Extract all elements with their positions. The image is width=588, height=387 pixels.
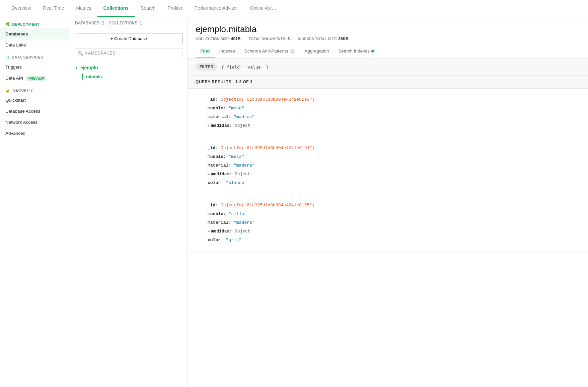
collections-count: 1 (140, 21, 142, 25)
search-indexes-dot (371, 50, 374, 53)
namespace-search-input[interactable] (75, 48, 182, 58)
sidebar-item-network-access[interactable]: Network Access (0, 117, 70, 128)
indexes-label: INDEXES TOTAL SIZE: 36KB (298, 36, 349, 41)
sidebar-item-dataapi[interactable]: Data API PREVIEW (0, 73, 70, 84)
collection-meta: COLLECTION SIZE: 401B TOTAL DOCUMENTS: 3… (196, 36, 580, 41)
nav-item-search[interactable]: Search (135, 0, 161, 17)
nav-item-onlinearchive[interactable]: Online Arc… (244, 0, 283, 17)
tab-search-indexes[interactable]: Search Indexes (334, 44, 379, 58)
database-entry: ▼ ejemplo mitabla (70, 62, 187, 84)
nav-item-realtime[interactable]: Real Time (37, 0, 70, 17)
docs-label: TOTAL DOCUMENTS: 3 (248, 36, 290, 41)
size-label: COLLECTION SIZE: 401B (196, 36, 240, 41)
sidebar: 🌿 DEPLOYMENT Databases Data Lake ⬚ DATA … (0, 17, 70, 387)
collection-bar (82, 74, 83, 80)
top-nav: OverviewReal TimeMetricsCollectionsSearc… (0, 0, 588, 17)
security-section: 🔒 SECURITY (0, 84, 70, 95)
databases-count: 1 (102, 21, 104, 25)
doc1-field-material: material: "madrea" (208, 113, 580, 121)
indexes-value: 36KB (338, 36, 349, 41)
collection-item-mitabla[interactable]: mitabla (75, 72, 182, 82)
doc2-field-mueble: mueble: "mesa" (208, 153, 580, 161)
collection-title: ejemplo.mitabla (196, 24, 580, 34)
collection-header: ejemplo.mitabla COLLECTION SIZE: 401B TO… (188, 17, 588, 41)
db-arrow-icon: ▼ (75, 66, 78, 70)
query-results-range: 1-3 OF 3 (235, 80, 252, 84)
nav-item-collections[interactable]: Collections (97, 0, 135, 17)
sidebar-item-triggers[interactable]: Triggers (0, 62, 70, 73)
sidebar-item-advanced[interactable]: Advanced (0, 128, 70, 139)
doc2-field-medidas[interactable]: ▶medidas: Object (208, 170, 580, 179)
doc1-field-medidas[interactable]: ▶medidas: Object (208, 121, 580, 130)
query-results-header: QUERY RESULTS 1-3 OF 3 (188, 76, 588, 89)
nav-item-performance[interactable]: Performance Advisor (189, 0, 244, 17)
nav-item-metrics[interactable]: Metrics (70, 0, 97, 17)
collection-tabs: Find Indexes Schema Anti-Patterns 0 Aggr… (188, 44, 588, 59)
preview-badge: PREVIEW (26, 76, 46, 81)
collections-label: COLLECTIONS: (108, 21, 140, 25)
expand-icon-3[interactable]: ▶ (208, 229, 210, 233)
schema-badge: 0 (290, 49, 295, 54)
sidebar-item-quickstart[interactable]: Quickstart (0, 95, 70, 106)
docs-value: 3 (288, 36, 290, 41)
doc3-field-mueble: mueble: "silla" (208, 210, 580, 218)
document-2: _id: ObjectId("61c395d1d8b804e4241e8194"… (188, 137, 588, 194)
doc1-field-id: _id: ObjectId("61c38ab3d8b804e4241e8193"… (208, 95, 580, 104)
filter-value[interactable]: { field: 'value' } (221, 65, 269, 70)
deployment-section: 🌿 DEPLOYMENT (0, 17, 70, 28)
expand-icon-2[interactable]: ▶ (208, 172, 210, 176)
doc2-field-color: color: "blanco" (208, 179, 580, 187)
create-database-button[interactable]: + Create Database (75, 33, 182, 44)
namespace-search-container: 🔍 (75, 48, 182, 58)
doc2-field-id: _id: ObjectId("61c395d1d8b804e4241e8194"… (208, 144, 580, 153)
database-name[interactable]: ▼ ejemplo (75, 64, 182, 72)
tab-schema[interactable]: Schema Anti-Patterns 0 (240, 44, 300, 58)
doc3-field-id: _id: ObjectId("61c395d1d8b804e4241e8195"… (208, 201, 580, 210)
tab-find[interactable]: Find (196, 44, 215, 58)
deployment-label: DEPLOYMENT (12, 22, 40, 26)
filter-badge[interactable]: FILTER (196, 63, 217, 71)
databases-label: DATABASES: (75, 21, 102, 25)
security-icon: 🔒 (5, 88, 10, 92)
sidebar-item-database-access[interactable]: Database Access (0, 106, 70, 117)
doc3-field-color: color: "gris" (208, 236, 580, 245)
search-icon: 🔍 (78, 51, 83, 56)
document-1: _id: ObjectId("61c38ab3d8b804e4241e8193"… (188, 89, 588, 137)
doc1-field-mueble: mueble: "mesa" (208, 104, 580, 113)
query-results-label: QUERY RESULTS (196, 80, 231, 84)
deployment-icon: 🌿 (5, 22, 10, 26)
tab-aggregation[interactable]: Aggregation (300, 44, 334, 58)
tab-indexes[interactable]: Indexes (215, 44, 240, 58)
data-services-section: ⬚ DATA SERVICES (0, 51, 70, 62)
documents-list: _id: ObjectId("61c38ab3d8b804e4241e8193"… (188, 89, 588, 252)
filter-bar: FILTER { field: 'value' } (188, 59, 588, 76)
nav-item-profiler[interactable]: Profiler (161, 0, 188, 17)
sidebar-item-databases[interactable]: Databases (0, 28, 70, 39)
data-services-icon: ⬚ (5, 55, 9, 59)
size-value: 401B (231, 36, 241, 41)
doc2-field-material: material: "madera" (208, 161, 580, 170)
nav-item-overview[interactable]: Overview (5, 0, 37, 17)
content-area: ejemplo.mitabla COLLECTION SIZE: 401B TO… (188, 17, 588, 387)
db-panel: DATABASES: 1 COLLECTIONS: 1 + Create Dat… (70, 17, 188, 387)
doc3-field-medidas[interactable]: ▶medidas: Object (208, 227, 580, 236)
sidebar-item-datalake[interactable]: Data Lake (0, 39, 70, 51)
db-panel-header: DATABASES: 1 COLLECTIONS: 1 (70, 17, 187, 29)
expand-icon[interactable]: ▶ (208, 124, 210, 128)
document-3: _id: ObjectId("61c395d1d8b804e4241e8195"… (188, 194, 588, 252)
doc3-field-material: material: "madera" (208, 218, 580, 227)
